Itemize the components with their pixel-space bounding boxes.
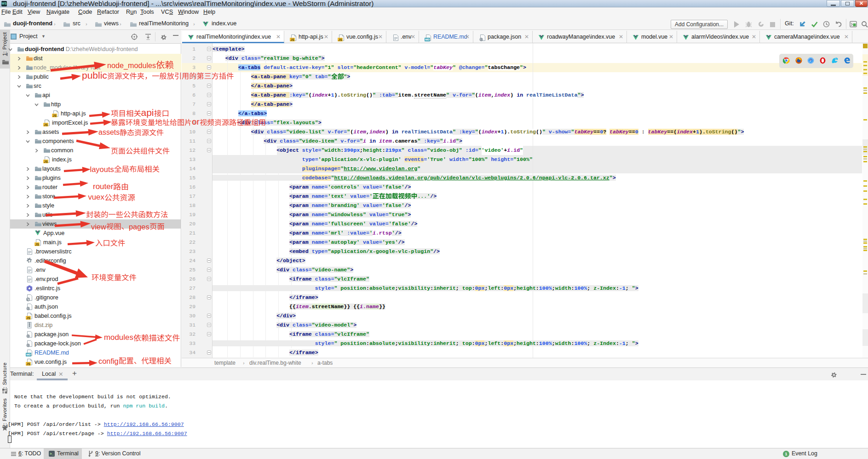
svg-text:MD: MD [425,38,430,41]
svg-text:JS: JS [44,123,48,126]
svg-text:MD: MD [26,353,31,356]
svg-text:JS: JS [53,114,57,117]
svg-text:JS: JS [291,38,295,41]
svg-text:JS: JS [27,316,31,320]
svg-text:JS: JS [27,362,31,366]
svg-text:JS: JS [44,160,48,163]
svg-text:JS: JS [339,38,343,41]
svg-text:JS: JS [35,243,40,246]
